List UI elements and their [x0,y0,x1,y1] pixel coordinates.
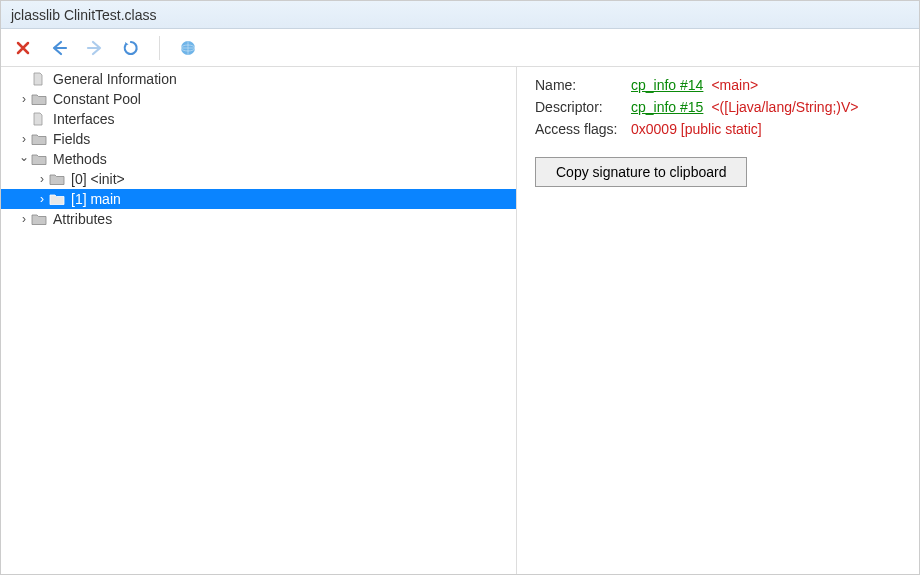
back-button[interactable] [47,36,71,60]
flags-value: 0x0009 [public static] [631,121,762,137]
tree-panel: General Information›Constant PoolInterfa… [1,67,517,574]
name-value: <main> [711,77,758,93]
chevron-icon[interactable]: › [35,172,49,186]
window-title: jclasslib ClinitTest.class [11,7,156,23]
descriptor-label: Descriptor: [535,99,631,115]
name-cp-link[interactable]: cp_info #14 [631,77,703,93]
tree-item-3[interactable]: ›Fields [1,129,516,149]
folder-icon [31,132,47,146]
tree-item-4[interactable]: ⌄Methods [1,149,516,169]
file-icon [31,72,47,86]
folder-icon [31,152,47,166]
tree-item-0[interactable]: General Information [1,69,516,89]
main-area: General Information›Constant PoolInterfa… [1,67,919,574]
folder-icon [49,192,65,206]
folder-icon [49,172,65,186]
detail-row-name: Name: cp_info #14 <main> [535,77,901,93]
tree-item-5[interactable]: ›[0] <init> [1,169,516,189]
copy-signature-button[interactable]: Copy signature to clipboard [535,157,747,187]
tree-item-1[interactable]: ›Constant Pool [1,89,516,109]
tree-item-label: Interfaces [53,111,114,127]
tree-item-2[interactable]: Interfaces [1,109,516,129]
detail-row-descriptor: Descriptor: cp_info #15 <([Ljava/lang/St… [535,99,901,115]
file-icon [31,112,47,126]
detail-row-flags: Access flags: 0x0009 [public static] [535,121,901,137]
chevron-icon[interactable]: ⌄ [17,150,31,164]
tree-item-label: Attributes [53,211,112,227]
toolbar-separator [159,36,160,60]
chevron-icon[interactable]: › [17,132,31,146]
toolbar [1,29,919,67]
chevron-icon[interactable]: › [17,92,31,106]
tree-item-label: [0] <init> [71,171,125,187]
folder-icon [31,92,47,106]
chevron-icon[interactable]: › [17,212,31,226]
tree-item-label: General Information [53,71,177,87]
arrow-left-icon [50,40,68,56]
tree-item-label: Methods [53,151,107,167]
chevron-icon[interactable]: › [35,192,49,206]
forward-button[interactable] [83,36,107,60]
tree-item-6[interactable]: ›[1] main [1,189,516,209]
tree-item-label: Constant Pool [53,91,141,107]
folder-icon [31,212,47,226]
detail-panel: Name: cp_info #14 <main> Descriptor: cp_… [517,67,919,574]
globe-icon [179,39,197,57]
arrow-right-icon [86,40,104,56]
flags-label: Access flags: [535,121,631,137]
refresh-icon [122,39,140,57]
web-button[interactable] [176,36,200,60]
name-label: Name: [535,77,631,93]
close-icon [15,40,31,56]
tree-item-label: [1] main [71,191,121,207]
close-button[interactable] [11,36,35,60]
tree-item-label: Fields [53,131,90,147]
descriptor-value: <([Ljava/lang/String;)V> [711,99,858,115]
descriptor-cp-link[interactable]: cp_info #15 [631,99,703,115]
tree-item-7[interactable]: ›Attributes [1,209,516,229]
window-titlebar: jclasslib ClinitTest.class [1,1,919,29]
refresh-button[interactable] [119,36,143,60]
